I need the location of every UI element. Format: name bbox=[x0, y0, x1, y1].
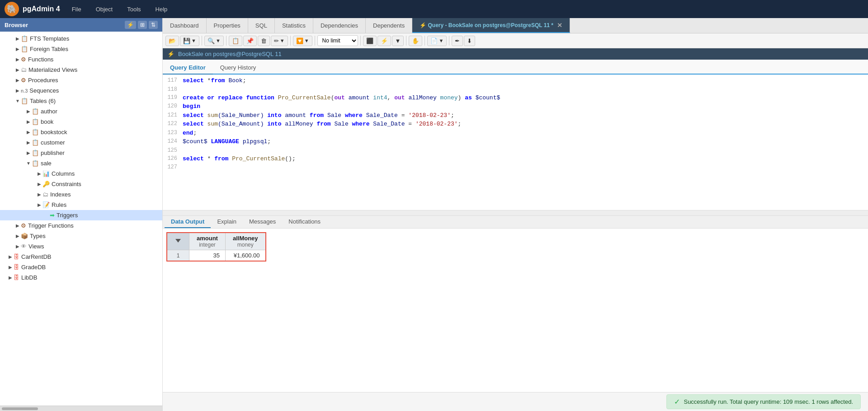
code-token: from bbox=[211, 77, 228, 84]
tab-properties[interactable]: Properties bbox=[207, 18, 248, 33]
tree-tables[interactable]: ▼ 📋 Tables (6) bbox=[0, 96, 162, 106]
toolbar-filter-btn[interactable]: 🔽 ▼ bbox=[293, 36, 312, 46]
toolbar-no-limit-select[interactable]: No limit 100 rows 500 rows 1000 rows bbox=[317, 35, 358, 46]
tree-triggers[interactable]: ➡ Triggers bbox=[0, 210, 162, 220]
toolbar-stop-btn[interactable]: ⬛ bbox=[363, 36, 377, 46]
tree-carrentdb[interactable]: ▶ 🗄 CarRentDB bbox=[0, 252, 162, 262]
sidebar-grid-icon[interactable]: ⊞ bbox=[138, 21, 147, 29]
toolbar-view-data-btn[interactable]: 📄 ▼ bbox=[427, 36, 447, 46]
sidebar-filter-icon[interactable]: ⇅ bbox=[149, 21, 158, 29]
toolbar-explain-btn[interactable]: ✋ bbox=[409, 36, 422, 46]
tree-procedures[interactable]: ▶ ⚙ Procedures bbox=[0, 75, 162, 85]
rules-toggle[interactable]: ▶ bbox=[36, 202, 42, 207]
tables-toggle[interactable]: ▼ bbox=[14, 98, 21, 103]
tree-author[interactable]: ▶ 📋 author bbox=[0, 106, 162, 117]
types-toggle[interactable]: ▶ bbox=[14, 234, 21, 238]
carrentdb-toggle[interactable]: ▶ bbox=[7, 254, 14, 259]
tree-mat-views[interactable]: ▶ 🗂 Materialized Views bbox=[0, 65, 162, 75]
bookstock-toggle[interactable]: ▶ bbox=[25, 130, 32, 135]
tab-dashboard[interactable]: Dashboard bbox=[163, 18, 207, 33]
menu-tools[interactable]: Tools bbox=[124, 4, 143, 14]
tree-rules[interactable]: ▶ 📝 Rules bbox=[0, 200, 162, 210]
code-token: ; bbox=[193, 130, 197, 136]
toolbar-download-btn[interactable]: ⬇ bbox=[464, 36, 475, 46]
constraints-toggle[interactable]: ▶ bbox=[36, 182, 42, 187]
sequences-toggle[interactable]: ▶ bbox=[14, 88, 21, 93]
tree-book[interactable]: ▶ 📋 book bbox=[0, 117, 162, 127]
tree-sale[interactable]: ▼ 📋 sale bbox=[0, 158, 162, 168]
tree-foreign-tables[interactable]: ▶ 📋 Foreign Tables bbox=[0, 44, 162, 54]
sidebar-scrollbar[interactable] bbox=[0, 406, 162, 411]
tree-bookstock[interactable]: ▶ 📋 bookstock bbox=[0, 127, 162, 137]
tree-columns[interactable]: ▶ 📊 Columns bbox=[0, 168, 162, 179]
horizontal-scrollbar[interactable] bbox=[163, 210, 868, 215]
tab-query-close[interactable]: ✕ bbox=[557, 22, 562, 29]
tree-views[interactable]: ▶ 👁 Views bbox=[0, 241, 162, 252]
publisher-toggle[interactable]: ▶ bbox=[25, 150, 32, 155]
mat-views-toggle[interactable]: ▶ bbox=[14, 67, 21, 72]
trigger-functions-toggle[interactable]: ▶ bbox=[14, 223, 21, 228]
libdb-toggle[interactable]: ▶ bbox=[7, 275, 14, 280]
code-token: begin bbox=[183, 103, 200, 110]
tree-customer[interactable]: ▶ 📋 customer bbox=[0, 137, 162, 148]
tree-fts-templates[interactable]: ▶ 📋 FTS Templates bbox=[0, 33, 162, 44]
code-token: (Sale_Number) bbox=[218, 112, 267, 119]
tree-publisher[interactable]: ▶ 📋 publisher bbox=[0, 148, 162, 158]
customer-toggle[interactable]: ▶ bbox=[25, 140, 32, 145]
toolbar-paste-btn[interactable]: 📌 bbox=[243, 36, 257, 46]
editor-tab-query[interactable]: Query Editor bbox=[163, 61, 213, 75]
tree-trigger-functions[interactable]: ▶ ⚙ Trigger Functions bbox=[0, 220, 162, 231]
functions-icon: ⚙ bbox=[21, 56, 26, 63]
menu-object[interactable]: Object bbox=[93, 4, 116, 14]
functions-toggle[interactable]: ▶ bbox=[14, 57, 21, 62]
tree-gradedb[interactable]: ▶ 🗄 GradeDB bbox=[0, 262, 162, 272]
tab-sql[interactable]: SQL bbox=[248, 18, 275, 33]
book-toggle[interactable]: ▶ bbox=[25, 119, 32, 124]
results-tab-explain[interactable]: Explain bbox=[211, 216, 243, 228]
table-header-amount[interactable]: amount integer bbox=[189, 233, 226, 250]
menu-file[interactable]: File bbox=[69, 4, 84, 14]
types-label: Types bbox=[30, 233, 46, 239]
sidebar-refresh-icon[interactable]: ⚡ bbox=[125, 21, 136, 29]
fts-templates-toggle[interactable]: ▶ bbox=[14, 36, 21, 41]
types-icon: 📦 bbox=[21, 233, 28, 239]
toolbar-copy-btn[interactable]: 📋 bbox=[229, 36, 242, 46]
toolbar-find-btn[interactable]: 🔍 ▼ bbox=[204, 36, 224, 46]
tab-statistics[interactable]: Statistics bbox=[275, 18, 313, 33]
results-tab-messages[interactable]: Messages bbox=[243, 216, 282, 228]
tree-functions[interactable]: ▶ ⚙ Functions bbox=[0, 54, 162, 65]
code-editor[interactable]: 117select *from Book;118119create or rep… bbox=[163, 75, 868, 210]
tree-indexes[interactable]: ▶ 🗂 Indexes bbox=[0, 189, 162, 200]
toolbar-pen-btn[interactable]: ✒ bbox=[452, 36, 463, 46]
gradedb-icon: 🗄 bbox=[14, 264, 19, 271]
columns-toggle[interactable]: ▶ bbox=[36, 171, 42, 176]
tree-constraints[interactable]: ▶ 🔑 Constraints bbox=[0, 179, 162, 189]
toolbar-run-dropdown-btn[interactable]: ▼ bbox=[392, 36, 404, 46]
tab-query[interactable]: ⚡ Query - BookSale on postgres@PostgreSQ… bbox=[412, 18, 570, 33]
results-tab-data-output[interactable]: Data Output bbox=[165, 216, 211, 228]
results-tab-notifications[interactable]: Notifications bbox=[282, 216, 327, 228]
sale-toggle[interactable]: ▼ bbox=[25, 161, 32, 166]
code-token: end bbox=[183, 130, 193, 136]
tab-dependencies[interactable]: Dependencies bbox=[313, 18, 366, 33]
tree-libdb[interactable]: ▶ 🗄 LibDB bbox=[0, 272, 162, 283]
views-toggle[interactable]: ▶ bbox=[14, 244, 21, 249]
code-token: * bbox=[208, 155, 215, 162]
tree-sequences[interactable]: ▶ n.3 Sequences bbox=[0, 85, 162, 96]
gradedb-toggle[interactable]: ▶ bbox=[7, 265, 14, 270]
menu-help[interactable]: Help bbox=[153, 4, 170, 14]
tab-dependents[interactable]: Dependents bbox=[366, 18, 412, 33]
code-token: plpgsql bbox=[243, 138, 268, 145]
toolbar-open-btn[interactable]: 📂 bbox=[165, 36, 179, 46]
table-header-allmoney[interactable]: allMoney money bbox=[225, 233, 265, 250]
toolbar-edit-btn[interactable]: ✏ ▼ bbox=[271, 36, 288, 46]
procedures-toggle[interactable]: ▶ bbox=[14, 78, 21, 83]
toolbar-save-btn[interactable]: 💾 ▼ bbox=[180, 36, 199, 46]
author-toggle[interactable]: ▶ bbox=[25, 109, 32, 114]
foreign-tables-toggle[interactable]: ▶ bbox=[14, 47, 21, 51]
toolbar-run-btn[interactable]: ⚡ bbox=[377, 36, 391, 46]
tree-types[interactable]: ▶ 📦 Types bbox=[0, 231, 162, 241]
indexes-toggle[interactable]: ▶ bbox=[36, 192, 42, 197]
editor-tab-history[interactable]: Query History bbox=[213, 61, 263, 75]
toolbar-delete-btn[interactable]: 🗑 bbox=[258, 36, 270, 46]
